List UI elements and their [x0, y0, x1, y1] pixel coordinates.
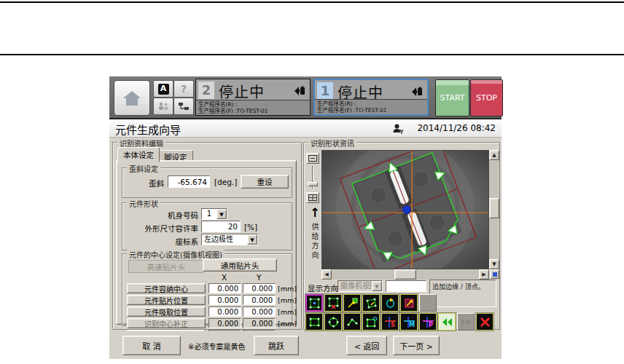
tolerance-input[interactable] [201, 221, 241, 232]
shape-zoom-button[interactable] [343, 294, 361, 312]
home-button[interactable] [114, 80, 150, 116]
next-button[interactable]: 下一页 > [393, 336, 440, 355]
machine-2-status-area: 2 停止中 [196, 79, 310, 101]
body-number-dropdown[interactable]: 1 ▼ [201, 208, 227, 220]
value-y-readonly: 0.000 [243, 318, 276, 328]
tab-general-head[interactable]: 通用贴片头 [203, 258, 277, 272]
mark-p-button[interactable]: P [419, 313, 437, 331]
shape-rotate-button[interactable] [381, 294, 399, 312]
fieldset-legend: 元件形状 [127, 198, 160, 209]
mark-m-button[interactable]: M [400, 313, 418, 331]
mark-s-button[interactable]: S [381, 313, 399, 331]
machine-ui-screenshot: A ? 2 停止中 [109, 76, 502, 359]
machine-1-panel[interactable]: 1 停止中 生产程序名(R) : 生产程序名(F) :TO-TEST-01 [313, 79, 429, 116]
shape-fit-button[interactable] [362, 294, 380, 312]
zoom-in-icon [308, 194, 317, 201]
shape-toolbar-row1 [305, 294, 437, 312]
cancel-button[interactable]: 取 消 [122, 336, 181, 355]
chevron-down-icon[interactable]: ▼ [247, 234, 257, 245]
title-bar: 元件生成向导 2014/11/26 08:42 [109, 118, 502, 138]
value-x-input[interactable] [208, 295, 241, 305]
camera-vscrollbar[interactable]: ▲ ▼ [489, 150, 499, 269]
tolerance-unit: [%] [244, 223, 257, 232]
row-unit: [mm] [278, 308, 297, 316]
vscroll-thumb[interactable] [489, 198, 499, 218]
reset-button[interactable]: 重设 [241, 175, 289, 189]
language-a-icon: A [158, 84, 169, 95]
coordinate-label: 座标系 [176, 236, 199, 247]
display-direction-dropdown: 摄像机视图 ▼ [338, 280, 383, 292]
row-label: 元件吸取位置 [127, 306, 206, 317]
zoom-in-button[interactable] [306, 192, 319, 203]
scroll-left-icon[interactable]: ◀ [321, 269, 332, 280]
scroll-down-icon[interactable]: ▼ [489, 259, 499, 269]
add-rect-button[interactable] [305, 313, 323, 331]
page-top-rule [0, 1, 624, 3]
coordinate-dropdown[interactable]: 左边极性 ▼ [201, 234, 258, 245]
zoom-slider-handle[interactable] [308, 182, 318, 186]
camera-hscrollbar[interactable]: ◀ ▶ [321, 269, 489, 280]
display-text-field [386, 280, 426, 292]
delete-shape-button[interactable] [476, 313, 494, 331]
scroll-right-icon[interactable]: ▶ [479, 269, 489, 280]
feed-direction-arrow-icon: ↑ [310, 207, 320, 219]
undo-button[interactable] [438, 313, 456, 331]
machine-1-program-info: 生产程序名(R) : 生产程序名(F) :TO-TEST-01 [315, 99, 427, 114]
body-number-value: 1 [202, 209, 217, 219]
chevron-down-icon[interactable]: ▼ [217, 209, 227, 219]
operators-button[interactable] [153, 98, 173, 115]
user-icon [392, 123, 404, 135]
value-x-input[interactable] [208, 306, 241, 317]
recognition-shape-info-group: 识别形状资讯 ↑ 供给方向 [303, 142, 500, 330]
value-x-readonly: 0.000 [208, 318, 241, 328]
help-button[interactable]: ? [173, 80, 194, 98]
program-name-f: 生产程序名(F) :TO-TEST-01 [317, 107, 427, 114]
chevron-down-icon: ▼ [372, 281, 382, 291]
shape-select-button[interactable] [305, 294, 323, 312]
display-direction-label: 显示方向 [308, 282, 338, 293]
back-button[interactable]: < 返回 [346, 336, 387, 355]
value-x-input[interactable] [208, 283, 241, 293]
machine-2-program-info: 生产程序名(R) : 生产程序名(F) :TO-TEST-01 [196, 100, 310, 115]
program-name-f: 生产程序名(F) :TO-TEST-01 [198, 108, 310, 114]
camera-view[interactable] [321, 150, 489, 269]
operators-icon [157, 102, 169, 111]
redo-icon [460, 316, 472, 328]
network-button[interactable] [173, 98, 194, 115]
fit-view-button[interactable] [490, 269, 499, 279]
scroll-up-icon[interactable]: ▲ [489, 150, 499, 160]
svg-text:S: S [391, 322, 395, 328]
row-unit: [mm] [278, 320, 297, 328]
home-icon [122, 90, 141, 107]
vertex-delete-button[interactable] [324, 294, 342, 312]
shape-zoom-icon [346, 297, 359, 309]
add-polyline-button[interactable] [343, 313, 361, 331]
page-section-rule [0, 54, 624, 55]
vertex-delete-icon [327, 297, 340, 309]
hscroll-thumb[interactable] [394, 269, 416, 280]
tab-body-settings[interactable]: 本体设定 [117, 147, 160, 162]
language-button[interactable]: A [153, 80, 173, 98]
jump-button[interactable]: 跳跃 [254, 336, 299, 355]
program-name-r: 生产程序名(R) : [317, 100, 427, 107]
recognition-data-edit-group: 识别资料编辑 本体设定 脚设定 歪斜设定 歪斜 [deg.] 重设 元件形状 机… [112, 142, 302, 330]
start-button[interactable]: START [435, 79, 469, 116]
blank-button [419, 294, 437, 312]
column-y-header: Y [257, 273, 261, 282]
add-circle-button[interactable] [324, 313, 342, 331]
value-y-input[interactable] [243, 295, 276, 305]
machine-2-panel[interactable]: 2 停止中 生产程序名(R) : 生产程序名(F) :TO-TEST-01 [195, 79, 311, 116]
shape-move-button[interactable] [400, 294, 418, 312]
value-y-input[interactable] [243, 283, 276, 293]
feeder-status-icon [410, 84, 424, 98]
machine-1-number: 1 [317, 82, 333, 100]
add-rect-corner-button[interactable] [362, 313, 380, 331]
stop-button[interactable]: STOP [470, 79, 503, 116]
skew-input[interactable] [168, 175, 210, 188]
footer-bar: 取 消 ※必须专案是黄色 跳跃 < 返回 下一页 > [109, 331, 502, 359]
zoom-out-button[interactable] [306, 153, 319, 164]
program-name-r: 生产程序名(R) : [198, 101, 310, 108]
value-y-input[interactable] [243, 306, 276, 317]
component-center-fieldset: 元件的中心设定(摄像机视图) 高速贴片头 通用贴片头 X Y 元件容纳中心 [m… [122, 253, 292, 326]
skew-label: 歪斜 [149, 178, 164, 189]
